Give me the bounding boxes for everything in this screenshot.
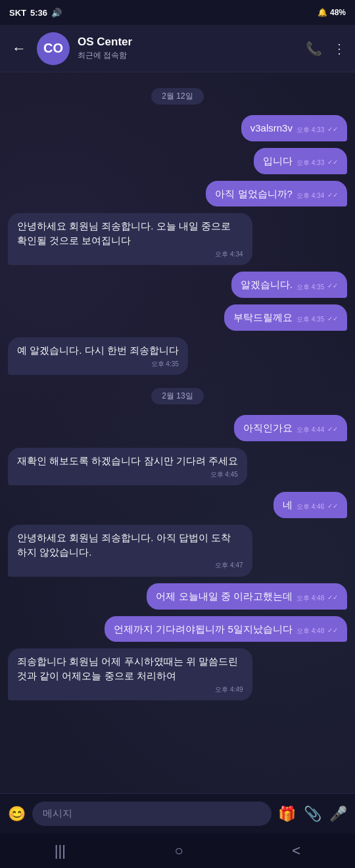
status-bar: SKT 5:36 🔊 🔔 48% (0, 0, 355, 25)
message-row: v3alsrn3v 오후 4:33 ✓✓ (8, 115, 347, 141)
status-left: SKT 5:36 🔊 (9, 8, 62, 18)
received-bubble: 안녕하세요 회원님 죄송합니다. 아직 답법이 도착 하지 않았습니다.오후 4… (8, 525, 252, 577)
chat-header: ← CO OS Center 최근에 접속함 📞 ⋮ (0, 25, 355, 72)
message-time: 오후 4:33 (296, 126, 324, 135)
sent-bubble: 알겠습니다. 오후 4:35 ✓✓ (231, 272, 347, 298)
message-time: 오후 4:44 (296, 425, 324, 435)
read-checkmarks: ✓✓ (325, 282, 338, 289)
gift-icon[interactable]: 🎁 (278, 806, 296, 823)
header-actions: 📞 ⋮ (306, 41, 346, 57)
message-row: 안녕하세요 회원님 죄송합니다. 오늘 내일 중으로 확인될 것으로 보여집니다… (8, 213, 347, 265)
nav-home-icon[interactable]: ||| (55, 842, 66, 859)
message-time-block: 오후 4:35 (17, 360, 179, 370)
input-area: 😊 메시지 🎁 📎 🎤 (0, 793, 355, 834)
signal-icon: 🔊 (51, 8, 62, 18)
message-text: 아직인가요 (243, 422, 293, 433)
message-time: 오후 4:34 (296, 191, 324, 201)
message-row: 안녕하세요 회원님 죄송합니다. 아직 답법이 도착 하지 않았습니다.오후 4… (8, 525, 347, 577)
read-checkmarks: ✓✓ (325, 425, 338, 433)
read-checkmarks: ✓✓ (325, 158, 338, 166)
message-text: 죄송합니다 회원님 어제 푸시하였때는 위 말씀드린것과 같이 어제오늘 중으로… (17, 656, 238, 681)
read-checkmarks: ✓✓ (325, 315, 338, 322)
time: 5:36 (30, 8, 47, 18)
attach-icon[interactable]: 📎 (304, 806, 321, 823)
message-row: 예 알겠습니다. 다시 한번 죄송합니다오후 4:35 (8, 337, 347, 375)
phone-icon[interactable]: 📞 (306, 41, 322, 57)
chat-area: 2월 12일v3alsrn3v 오후 4:33 ✓✓입니다 오후 4:33 ✓✓… (0, 72, 355, 793)
received-bubble: 예 알겠습니다. 다시 한번 죄송합니다오후 4:35 (8, 337, 188, 375)
message-row: 죄송합니다 회원님 어제 푸시하였때는 위 말씀드린것과 같이 어제오늘 중으로… (8, 648, 347, 700)
message-time: 오후 4:33 (296, 158, 324, 168)
battery-level: 48% (330, 8, 346, 17)
sent-bubble: 부탁드릴께요 오후 4:35 ✓✓ (224, 304, 347, 331)
alarm-icon: 🔔 (318, 8, 327, 17)
message-text: 알겠습니다. (241, 279, 293, 290)
date-label: 2월 13일 (151, 388, 203, 404)
more-icon[interactable]: ⋮ (333, 41, 346, 57)
message-row: 재확인 해보도록 하겠습니다 잠시만 기다려 주세요오후 4:45 (8, 448, 347, 485)
message-row: 입니다 오후 4:33 ✓✓ (8, 148, 347, 174)
read-checkmarks: ✓✓ (325, 502, 338, 510)
contact-status: 최근에 접속함 (78, 50, 298, 61)
message-time-block: 오후 4:49 (17, 685, 243, 695)
received-bubble: 재확인 해보도록 하겠습니다 잠시만 기다려 주세요오후 4:45 (8, 448, 247, 485)
received-bubble: 안녕하세요 회원님 죄송합니다. 오늘 내일 중으로 확인될 것으로 보여집니다… (8, 213, 252, 265)
read-checkmarks: ✓✓ (325, 594, 338, 601)
message-text: v3alsrn3v (250, 122, 293, 133)
message-text: 부탁드릴께요 (233, 312, 293, 323)
message-text: 재확인 해보도록 하겠습니다 잠시만 기다려 주세요 (17, 455, 238, 466)
message-text: 안녕하세요 회원님 죄송합니다. 아직 답법이 도착 하지 않았습니다. (17, 532, 231, 558)
message-text: 입니다 (263, 155, 293, 166)
message-time-block: 오후 4:45 (17, 470, 238, 480)
sent-bubble: 언제까지 기다려야됩니까 5일지났습니다 오후 4:48 ✓✓ (105, 616, 347, 642)
sent-bubble: v3alsrn3v 오후 4:33 ✓✓ (241, 115, 347, 141)
nav-home-button[interactable]: ○ (175, 842, 183, 859)
mic-icon[interactable]: 🎤 (329, 806, 347, 823)
sent-bubble: 입니다 오후 4:33 ✓✓ (254, 148, 347, 174)
message-text: 예 알겠습니다. 다시 한번 죄송합니다 (17, 345, 179, 356)
received-bubble: 죄송합니다 회원님 어제 푸시하였때는 위 말씀드린것과 같이 어제오늘 중으로… (8, 648, 252, 700)
carrier: SKT (9, 8, 26, 18)
sent-bubble: 네 오후 4:46 ✓✓ (273, 492, 347, 518)
message-time-block: 오후 4:47 (17, 561, 243, 571)
message-input[interactable]: 메시지 (32, 802, 272, 826)
nav-back-icon[interactable]: < (292, 842, 300, 859)
avatar: CO (37, 32, 70, 65)
message-time: 오후 4:35 (296, 283, 324, 293)
message-text: 안녕하세요 회원님 죄송합니다. 오늘 내일 중으로 확인될 것으로 보여집니다 (17, 220, 231, 246)
message-text: 네 (283, 499, 293, 510)
message-row: 언제까지 기다려야됩니까 5일지났습니다 오후 4:48 ✓✓ (8, 616, 347, 642)
sent-bubble: 아직 멀었습니까? 오후 4:34 ✓✓ (206, 181, 347, 207)
read-checkmarks: ✓✓ (325, 191, 338, 199)
sent-bubble: 어제 오늘내일 중 이라고했는데 오후 4:48 ✓✓ (147, 583, 347, 610)
date-label: 2월 12일 (151, 88, 203, 105)
message-row: 아직 멀었습니까? 오후 4:34 ✓✓ (8, 181, 347, 207)
sent-bubble: 아직인가요 오후 4:44 ✓✓ (234, 415, 347, 441)
read-checkmarks: ✓✓ (325, 126, 338, 133)
status-right: 🔔 48% (318, 8, 346, 17)
message-row: 네 오후 4:46 ✓✓ (8, 492, 347, 518)
read-checkmarks: ✓✓ (325, 627, 338, 634)
input-actions: 🎁 📎 🎤 (278, 806, 347, 823)
message-row: 부탁드릴께요 오후 4:35 ✓✓ (8, 304, 347, 331)
back-button[interactable]: ← (9, 37, 29, 60)
message-text: 언제까지 기다려야됩니까 5일지났습니다 (114, 623, 293, 635)
message-time: 오후 4:35 (296, 315, 324, 325)
date-divider: 2월 13일 (8, 388, 347, 404)
nav-bar: ||| ○ < (0, 834, 355, 868)
message-row: 아직인가요 오후 4:44 ✓✓ (8, 415, 347, 441)
contact-name: OS Center (78, 36, 298, 49)
message-text: 어제 오늘내일 중 이라고했는데 (156, 591, 293, 602)
message-row: 알겠습니다. 오후 4:35 ✓✓ (8, 272, 347, 298)
message-time: 오후 4:48 (296, 594, 324, 604)
emoji-icon[interactable]: 😊 (8, 806, 26, 823)
message-time-block: 오후 4:34 (17, 250, 243, 260)
message-text: 아직 멀었습니까? (215, 188, 293, 199)
message-time: 오후 4:46 (296, 502, 324, 512)
header-info: OS Center 최근에 접속함 (78, 36, 298, 61)
message-time: 오후 4:48 (296, 627, 324, 637)
date-divider: 2월 12일 (8, 88, 347, 105)
message-row: 어제 오늘내일 중 이라고했는데 오후 4:48 ✓✓ (8, 583, 347, 610)
